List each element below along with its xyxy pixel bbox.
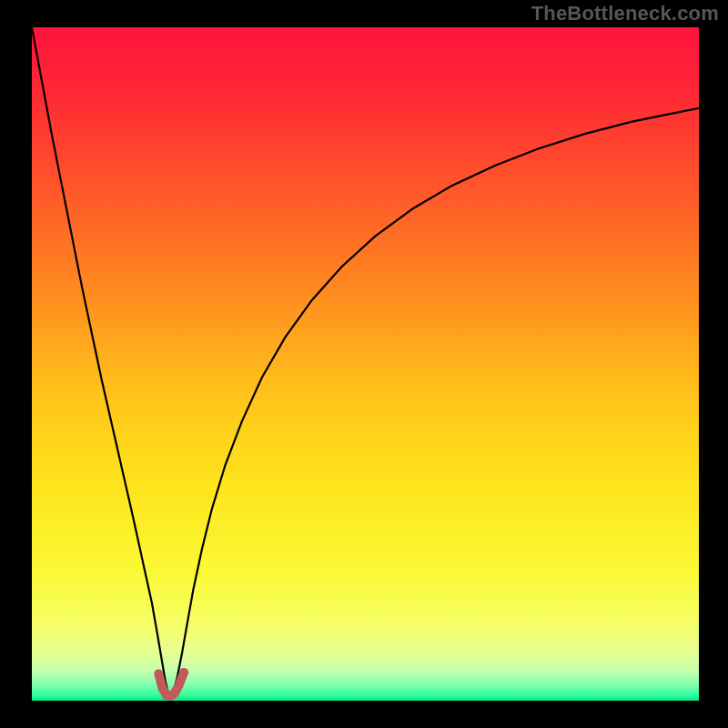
plot-area xyxy=(32,27,699,701)
gradient-background xyxy=(32,27,699,701)
attribution-text: TheBottleneck.com xyxy=(531,2,719,25)
chart-frame: TheBottleneck.com xyxy=(0,0,728,728)
chart-svg xyxy=(32,27,699,701)
